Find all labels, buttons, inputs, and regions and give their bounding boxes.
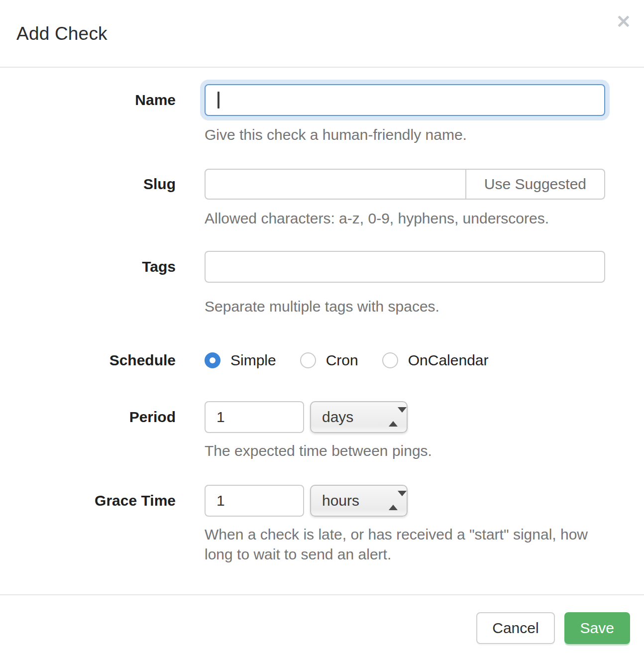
select-spinner-icon: [389, 413, 398, 422]
grace-help-text: When a check is late, or has received a …: [205, 525, 605, 564]
radio-label: Simple: [230, 352, 276, 369]
radio-icon[interactable]: [382, 352, 398, 368]
tags-help-text: Separate multiple tags with spaces.: [205, 297, 605, 317]
name-row: Name Give this check a human-friendly na…: [16, 84, 605, 145]
period-label: Period: [129, 409, 176, 425]
grace-unit-select[interactable]: hours: [310, 485, 408, 517]
name-label: Name: [135, 92, 176, 108]
tags-label: Tags: [142, 258, 176, 275]
modal-body: Name Give this check a human-friendly na…: [0, 68, 644, 564]
schedule-row: Schedule Simple Cron OnCalendar: [16, 344, 605, 376]
select-spinner-icon: [389, 496, 398, 505]
period-row: Period days The expected time between pi…: [16, 401, 605, 461]
close-icon[interactable]: ✕: [616, 13, 631, 31]
page-title: Add Check: [16, 20, 628, 48]
period-unit-select[interactable]: days: [310, 401, 408, 433]
name-input[interactable]: [205, 84, 605, 116]
name-help-text: Give this check a human-friendly name.: [205, 125, 605, 145]
radio-label: Cron: [326, 352, 358, 369]
use-suggested-button[interactable]: Use Suggested: [465, 169, 605, 200]
grace-value-input[interactable]: [205, 485, 304, 517]
grace-time-row: Grace Time hours When a check is late, o…: [16, 485, 605, 564]
period-value-input[interactable]: [205, 401, 304, 433]
slug-help-text: Allowed characters: a-z, 0-9, hyphens, u…: [205, 209, 605, 228]
radio-label: OnCalendar: [408, 352, 489, 369]
tags-input[interactable]: [205, 251, 605, 283]
schedule-option-simple[interactable]: Simple: [205, 352, 276, 369]
slug-row: Slug Use Suggested Allowed characters: a…: [16, 169, 605, 228]
period-unit-value: days: [322, 409, 353, 426]
save-button[interactable]: Save: [564, 612, 630, 644]
slug-input[interactable]: [205, 169, 466, 200]
tags-row: Tags Separate multiple tags with spaces.: [16, 251, 605, 317]
radio-icon[interactable]: [205, 352, 220, 368]
schedule-option-oncalendar[interactable]: OnCalendar: [382, 352, 489, 369]
slug-label: Slug: [143, 176, 176, 192]
add-check-modal: Add Check ✕ Name Give this check a human…: [0, 0, 644, 655]
text-caret: [217, 92, 219, 109]
grace-unit-value: hours: [322, 492, 359, 509]
grace-time-label: Grace Time: [95, 492, 176, 509]
modal-footer: Cancel Save: [0, 594, 644, 655]
radio-icon[interactable]: [300, 352, 316, 368]
schedule-label: Schedule: [109, 352, 176, 368]
modal-header: Add Check ✕: [0, 0, 644, 68]
period-help-text: The expected time between pings.: [205, 441, 605, 461]
schedule-option-cron[interactable]: Cron: [300, 352, 358, 369]
cancel-button[interactable]: Cancel: [476, 612, 554, 644]
